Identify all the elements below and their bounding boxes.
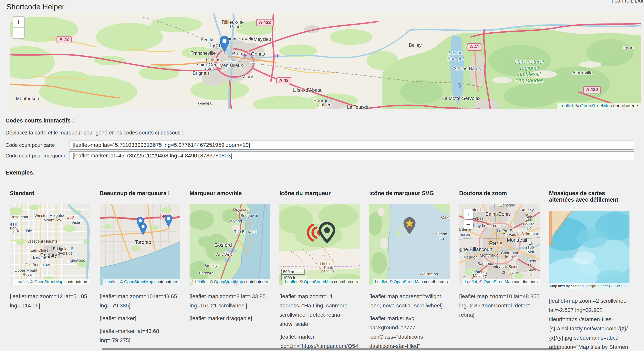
card-shortcodes: [leaflet-map zoom=10 lat=43.65 lng=-79.3… bbox=[100, 292, 180, 351]
page-title: Shortcode Helper bbox=[6, 3, 644, 11]
shortcodes-instruction: Déplacez la carte et le marqueur pour gé… bbox=[6, 130, 644, 136]
shortcode-text: [leaflet-map zoom=14 address="Ha Ling, c… bbox=[280, 292, 360, 329]
zoom-in-button[interactable]: + bbox=[464, 209, 473, 219]
shortcode-text: [leaflet-marker] bbox=[100, 314, 180, 323]
card-shortcodes: [leaflet-map zoom=8 lat=-33.85 lng=151.2… bbox=[190, 292, 270, 323]
card-title: Mosaïques de cartes alternées avec défil… bbox=[549, 190, 630, 203]
example-map-zoom-buttons[interactable]: + − Leaflet, © OpenStreetMap contributeu… bbox=[459, 204, 540, 285]
main-map[interactable]: + − Leaflet, © OpenStreetMap contributeu… bbox=[10, 14, 641, 109]
card-title: Marqueur amovible bbox=[190, 190, 270, 197]
openstreetmap-link[interactable]: OpenStreetMap bbox=[580, 103, 612, 108]
star-pin-icon bbox=[403, 217, 416, 235]
openstreetmap-link[interactable]: OpenStreetMap bbox=[124, 279, 153, 284]
map-attribution: Leaflet, © OpenStreetMap contributeurs bbox=[283, 279, 360, 285]
shortcode-text: [leaflet-map zoom=10 lat=43.65 lng=-79.3… bbox=[100, 292, 180, 310]
zoom-out-button[interactable]: − bbox=[13, 28, 24, 38]
custom-signal-pin-icon bbox=[304, 222, 337, 243]
map-attribution: Leaflet, © OpenStreetMap contributeurs bbox=[103, 279, 180, 285]
example-card-alternate-tiles: Mosaïques de cartes alternées avec défil… bbox=[549, 190, 630, 351]
marker-shortcode-input[interactable] bbox=[69, 151, 634, 160]
openstreetmap-link[interactable]: OpenStreetMap bbox=[394, 279, 423, 284]
shortcode-text: [leaflet-marker svg background="#777" ic… bbox=[369, 314, 450, 351]
horizontal-scrollbar[interactable] bbox=[102, 348, 559, 350]
example-cards: Standard bbox=[10, 190, 644, 351]
card-shortcodes: [leaflet-map zoom=12 lat=51.05 lng=-114.… bbox=[10, 292, 90, 310]
interactive-shortcodes-section: Codes courts interactifs : Déplacez la c… bbox=[6, 117, 644, 160]
example-card-zoom-buttons: Boutons de zoom bbox=[459, 190, 540, 323]
card-title: icône de marqueur SVG bbox=[369, 190, 450, 197]
map-shortcode-row: Code court pour carte bbox=[6, 141, 644, 150]
leaflet-link[interactable]: Leaflet bbox=[285, 279, 297, 284]
zoom-control: + − bbox=[12, 16, 25, 39]
card-title: Boutons de zoom bbox=[459, 190, 540, 197]
shortcode-text: [leaflet-map zoom=12 lat=51.05 lng=-114.… bbox=[10, 292, 90, 310]
map-shortcode-label: Code court pour carte bbox=[6, 142, 69, 148]
scale-metric: 500 m bbox=[281, 269, 304, 275]
examples-heading: Exemples: bbox=[6, 169, 644, 176]
openstreetmap-link[interactable]: OpenStreetMap bbox=[34, 279, 64, 284]
shortcode-text: [leaflet-marker lat=43.68 lng=-79.275] bbox=[100, 326, 180, 345]
openstreetmap-link[interactable]: OpenStreetMap bbox=[304, 279, 333, 284]
leaflet-link[interactable]: Leaflet bbox=[465, 279, 477, 284]
shortcode-text: [leaflet-map zoom=2 scrollwheel lat=-2.5… bbox=[549, 296, 630, 351]
map-attribution: Leaflet, © OpenStreetMap contributeurs bbox=[373, 279, 450, 285]
map-attribution: Leaflet, © OpenStreetMap contributeurs bbox=[463, 279, 540, 285]
zoom-out-button[interactable]: − bbox=[464, 220, 473, 229]
example-card-draggable-marker: Marqueur amovible bbox=[190, 190, 270, 326]
example-card-standard: Standard bbox=[10, 190, 90, 314]
shortcode-text: [leaflet-map zoom=8 lat=-33.85 lng=151.2… bbox=[190, 292, 270, 310]
map-marker-icon bbox=[165, 215, 172, 227]
example-card-svg-marker: icône de marqueur SVG bbox=[369, 190, 450, 351]
leaflet-link[interactable]: Leaflet bbox=[15, 279, 28, 284]
openstreetmap-link[interactable]: OpenStreetMap bbox=[214, 279, 243, 284]
openstreetmap-link[interactable]: OpenStreetMap bbox=[484, 279, 513, 284]
card-shortcodes: [leaflet-map zoom=10 lat=48.855 lng=2.35… bbox=[459, 292, 540, 319]
example-map-custom-icon[interactable]: 500 m 1000 ft Leaflet, © OpenStreetMap c… bbox=[280, 204, 360, 285]
map-attribution: Leaflet, © OpenStreetMap contributeurs bbox=[193, 279, 270, 285]
zoom-control: + − bbox=[464, 209, 473, 230]
card-shortcodes: [leaflet-map zoom=14 address="Ha Ling, c… bbox=[280, 292, 360, 351]
marker-shortcode-row: Code court pour marqueur bbox=[6, 151, 644, 160]
leaflet-link[interactable]: Leaflet bbox=[375, 279, 387, 284]
leaflet-link[interactable]: Leaflet bbox=[105, 279, 118, 284]
card-title: Icône du marqueur bbox=[280, 190, 360, 197]
shortcode-text: [leaflet-marker draggable] bbox=[190, 314, 270, 323]
map-attribution: Map tiles by Stamen Design, under CC BY … bbox=[549, 283, 630, 289]
map-tiles bbox=[10, 14, 641, 109]
example-card-many-markers: Beaucoup de marqueurs ! bbox=[100, 190, 180, 351]
map-attribution: Leaflet, © OpenStreetMap contributeurs bbox=[558, 103, 641, 109]
example-map-svg-marker[interactable]: Leaflet, © OpenStreetMap contributeurs O… bbox=[369, 204, 450, 285]
example-card-marker-icon: Icône du marqueur bbox=[280, 190, 360, 351]
map-marker-icon bbox=[139, 223, 147, 235]
map-marker-icon[interactable] bbox=[220, 36, 230, 52]
example-map-standard[interactable]: Leaflet, © OpenStreetMap contributeurs R… bbox=[10, 204, 90, 285]
shortcodes-heading: Codes courts interactifs : bbox=[6, 117, 644, 124]
map-tiles bbox=[190, 204, 270, 285]
map-tiles bbox=[369, 204, 450, 285]
marker-shortcode-label: Code court pour marqueur bbox=[6, 153, 69, 159]
shortcode-text: [leaflet-map zoom=10 lat=48.855 lng=2.35… bbox=[459, 292, 540, 319]
leaflet-link[interactable]: Leaflet bbox=[195, 279, 208, 284]
shortcode-text: [leaflet-map address="twilight lane, nov… bbox=[369, 292, 450, 310]
card-title: Standard bbox=[10, 190, 90, 197]
example-map-draggable[interactable]: Leaflet, © OpenStreetMap contributeurs D… bbox=[190, 204, 270, 285]
leaflet-link[interactable]: Leaflet bbox=[560, 103, 573, 108]
map-tiles bbox=[549, 211, 630, 289]
card-shortcodes: [leaflet-map address="twilight lane, nov… bbox=[369, 292, 450, 351]
map-attribution: Leaflet, © OpenStreetMap contributeurs bbox=[13, 279, 90, 285]
zoom-in-button[interactable]: + bbox=[13, 17, 24, 28]
card-shortcodes: [leaflet-map zoom=2 scrollwheel lat=-2.5… bbox=[549, 296, 630, 351]
card-title: Beaucoup de marqueurs ! bbox=[100, 190, 180, 197]
map-tiles bbox=[10, 204, 90, 285]
example-map-many-markers[interactable]: Leaflet, © OpenStreetMap contributeurs T… bbox=[100, 204, 180, 285]
map-shortcode-input[interactable] bbox=[69, 141, 634, 150]
example-map-watercolor[interactable]: Map tiles by Stamen Design, under CC BY … bbox=[549, 211, 630, 289]
admin-bar-text: I can tell, Dol bbox=[612, 0, 643, 4]
